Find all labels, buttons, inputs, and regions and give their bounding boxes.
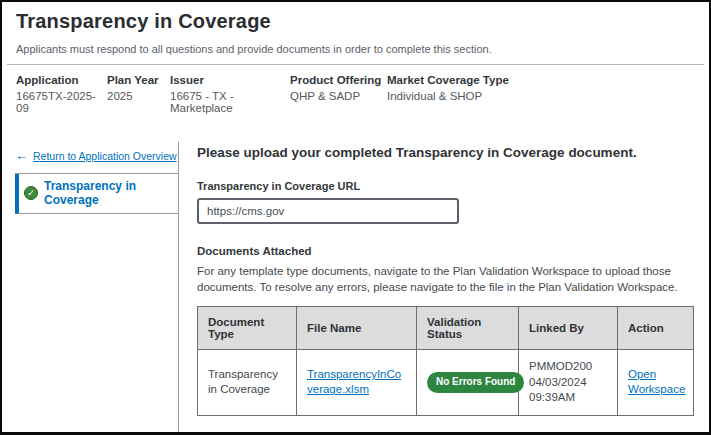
check-circle-icon: ✓ — [24, 186, 38, 200]
main-content: Please upload your completed Transparenc… — [179, 142, 711, 435]
meta-value: 2025 — [107, 90, 170, 102]
return-to-application-overview-link[interactable]: ←Return to Application Overview — [15, 150, 177, 162]
sidebar-item-transparency-in-coverage[interactable]: ✓ Transparency in Coverage — [15, 174, 178, 214]
application-meta-strip: Application 16675TX-2025-09 Plan Year 20… — [2, 65, 709, 122]
content-body: ←Return to Application Overview ✓ Transp… — [2, 142, 709, 435]
table-row: Transparency in Coverage TransparencyInC… — [198, 350, 694, 416]
meta-value: 16675 - TX - Marketplace — [170, 90, 290, 114]
meta-value: Individual & SHOP — [387, 90, 695, 102]
page-subtitle: Applicants must respond to all questions… — [2, 35, 709, 64]
cell-validation-status: No Errors Found — [417, 350, 519, 416]
sidebar-item-label: Transparency in Coverage — [44, 179, 178, 207]
cell-action: Open Workspace — [618, 350, 694, 416]
transparency-url-input[interactable] — [197, 198, 459, 224]
open-workspace-link[interactable]: Open Workspace — [628, 368, 685, 396]
meta-value: 16675TX-2025-09 — [16, 90, 107, 114]
meta-product-offering: Product Offering QHP & SADP — [290, 74, 387, 114]
cell-file-name: TransparencyInCoverage.xlsm — [297, 350, 417, 416]
col-header-linked-by: Linked By — [519, 307, 618, 350]
page-title: Transparency in Coverage — [16, 10, 695, 33]
file-download-link[interactable]: TransparencyInCoverage.xlsm — [307, 368, 401, 396]
upload-instruction-heading: Please upload your completed Transparenc… — [197, 145, 694, 160]
return-link-label: Return to Application Overview — [33, 150, 177, 162]
meta-plan-year: Plan Year 2025 — [107, 74, 170, 114]
meta-label: Product Offering — [290, 74, 387, 86]
col-header-file-name: File Name — [297, 307, 417, 350]
page-header: Transparency in Coverage — [2, 2, 709, 35]
meta-value: QHP & SADP — [290, 90, 387, 102]
meta-label: Issuer — [170, 74, 290, 86]
transparency-in-coverage-page: Transparency in Coverage Applicants must… — [0, 0, 711, 435]
section-sidebar: ←Return to Application Overview ✓ Transp… — [2, 142, 179, 435]
documents-attached-heading: Documents Attached — [197, 245, 694, 257]
cell-document-type: Transparency in Coverage — [198, 350, 297, 416]
left-arrow-icon: ← — [15, 148, 28, 163]
col-header-document-type: Document Type — [198, 307, 297, 350]
documents-table: Document Type File Name Validation Statu… — [197, 306, 694, 416]
meta-label: Plan Year — [107, 74, 170, 86]
meta-application: Application 16675TX-2025-09 — [16, 74, 107, 114]
meta-issuer: Issuer 16675 - TX - Marketplace — [170, 74, 290, 114]
return-link-row: ←Return to Application Overview — [15, 142, 178, 174]
col-header-action: Action — [618, 307, 694, 350]
col-header-validation-status: Validation Status — [417, 307, 519, 350]
documents-table-header-row: Document Type File Name Validation Statu… — [198, 307, 694, 350]
meta-label: Market Coverage Type — [387, 74, 695, 86]
meta-label: Application — [16, 74, 107, 86]
url-field-label: Transparency in Coverage URL — [197, 180, 694, 192]
documents-attached-description: For any template type documents, navigat… — [197, 263, 694, 295]
cell-linked-by: PMMOD200 04/03/2024 09:39AM — [519, 350, 618, 416]
meta-market-coverage-type: Market Coverage Type Individual & SHOP — [387, 74, 695, 114]
status-badge: No Errors Found — [427, 372, 524, 393]
